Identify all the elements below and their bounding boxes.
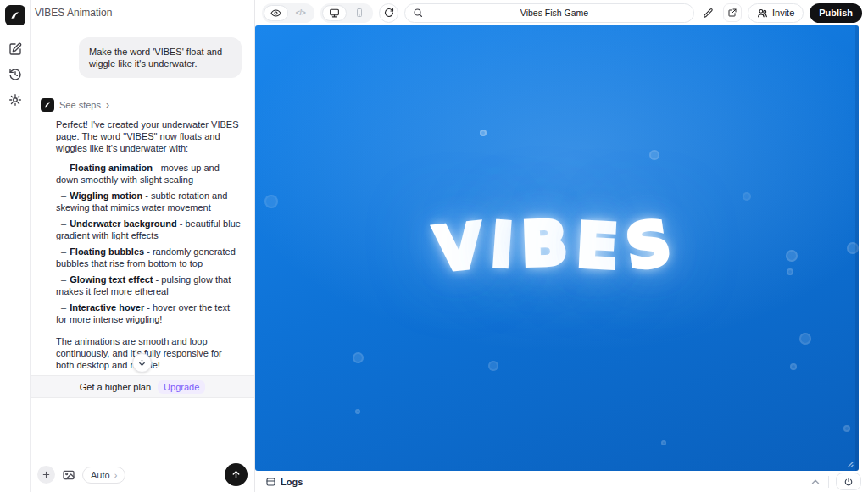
feature-title: Wiggling motion [70,191,142,201]
refresh-button[interactable] [379,3,398,23]
bubble [743,192,751,201]
plus-icon [42,470,51,479]
arrow-down-icon [137,358,147,368]
bubble [847,242,859,254]
model-mode-label: Auto [91,470,110,480]
feature-title: Floating animation [70,163,153,173]
new-chat-icon[interactable] [8,42,22,56]
feature-list-item: –Underwater background - beautiful blue … [56,218,242,241]
bubble [488,361,498,371]
people-icon [757,8,768,19]
code-view-button[interactable]: </> [288,5,313,21]
view-mode-segment: </> [262,3,314,23]
project-title: VIBES Animation [35,7,112,19]
edit-name-button[interactable] [700,4,717,21]
chevron-right-icon: › [106,101,109,109]
upgrade-banner: Get a higher plan Upgrade [31,375,254,398]
power-button[interactable] [836,473,861,490]
external-link-icon [727,8,737,18]
eye-icon [270,8,281,19]
resize-handle-icon[interactable] [846,460,854,467]
swoosh-icon [8,9,21,22]
scroll-to-bottom-button[interactable] [132,353,152,373]
mobile-view-button[interactable] [347,5,371,21]
preview-statusbar: Logs [255,471,868,492]
upgrade-text: Get a higher plan [80,382,151,392]
swoosh-icon [43,101,52,109]
bubble [480,130,487,136]
send-button[interactable] [225,463,248,486]
assistant-message: Perfect! I've created your underwater VI… [56,119,242,375]
arrow-up-icon [231,469,242,480]
refresh-icon [384,8,394,18]
logs-toggle[interactable]: Logs [265,477,303,487]
history-icon[interactable] [8,68,22,81]
statusbar-controls [810,473,861,490]
app-logo[interactable] [5,5,25,25]
address-bar[interactable] [404,3,694,23]
feature-list: –Floating animation - moves up and down … [56,162,242,325]
chat-header: VIBES Animation [31,0,254,25]
monitor-icon [329,8,340,19]
divider [828,476,829,488]
desktop-view-button[interactable] [322,5,347,21]
search-icon [413,8,423,18]
composer[interactable]: Auto › [31,398,254,492]
feature-title: Interactive hover [70,302,144,312]
assistant-avatar [41,98,54,112]
feature-list-item: –Floating bubbles - randomly generated b… [56,246,242,269]
preview-eye-button[interactable] [264,5,288,21]
device-segment [320,3,373,23]
code-icon: </> [296,8,306,17]
invite-label: Invite [772,8,794,18]
bubble [264,195,278,208]
model-mode-select[interactable]: Auto › [82,467,125,484]
feature-list-item: –Interactive hover - hover over the text… [56,301,242,325]
invite-button[interactable]: Invite [748,3,804,23]
message-list: Make the word 'VIBES' float and wiggle l… [31,25,254,375]
bullet-marker: – [61,246,66,257]
bullet-marker: – [61,218,66,229]
app-preview-canvas[interactable]: VIBES [255,25,859,471]
feature-title: Glowing text effect [70,274,153,285]
logs-label: Logs [281,477,303,487]
feature-title: Underwater background [70,218,177,229]
bubble [649,150,659,160]
bullet-marker: – [61,274,66,285]
publish-button[interactable]: Publish [810,3,862,23]
chevron-up-icon[interactable] [810,476,821,488]
bubble [790,363,797,370]
bullet-marker: – [61,302,66,312]
bubble [661,440,666,445]
chat-panel: VIBES Animation Make the word 'VIBES' fl… [31,0,255,492]
vibes-glow-text: VIBES [255,210,859,281]
feature-list-item: –Wiggling motion - subtle rotation and s… [56,190,242,213]
assistant-intro: Perfect! I've created your underwater VI… [56,119,242,154]
see-steps-toggle[interactable]: See steps › [41,98,242,112]
bubble [786,250,798,262]
settings-gear-icon[interactable] [8,93,22,107]
attach-button[interactable] [37,466,55,484]
see-steps-label: See steps [59,100,101,110]
address-input[interactable] [423,8,686,18]
composer-toolbar: Auto › [37,463,248,486]
bullet-marker: – [61,191,66,201]
app-rail [0,0,31,492]
preview-pane: </> Invite Publish [255,0,868,492]
power-icon [843,477,854,487]
bubble [799,333,811,345]
logs-icon [265,477,276,487]
pencil-icon [703,8,714,19]
feature-list-item: –Glowing text effect - pulsing glow that… [56,274,242,297]
feature-title: Floating bubbles [70,246,144,257]
bubble [353,352,364,363]
phone-icon [354,8,364,18]
bubble [355,409,360,414]
open-external-button[interactable] [723,3,742,22]
image-icon[interactable] [62,468,75,482]
user-message: Make the word 'VIBES' float and wiggle l… [79,37,242,78]
bubble [787,268,793,275]
bullet-marker: – [61,163,66,173]
upgrade-button[interactable]: Upgrade [158,380,205,394]
preview-toolbar: </> Invite Publish [255,0,868,25]
